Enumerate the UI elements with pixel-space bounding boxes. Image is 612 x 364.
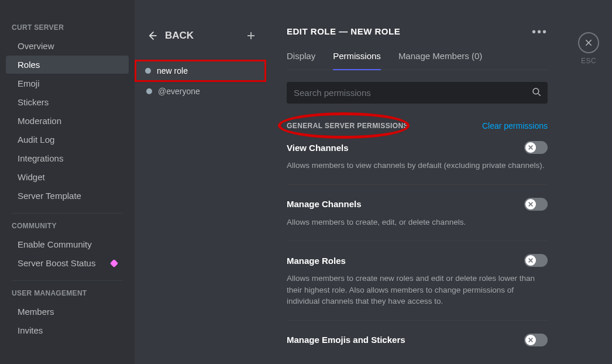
perm-desc: Allows members to create, edit, or delet… (287, 217, 548, 228)
role-item-everyone[interactable]: @everyone (135, 82, 269, 101)
sidebar-item-roles[interactable]: Roles (6, 56, 129, 74)
sidebar-item-overview[interactable]: Overview (6, 37, 129, 55)
edit-role-panel: EDIT ROLE — NEW ROLE ••• Display Permiss… (269, 0, 565, 364)
toggle-knob (525, 255, 536, 266)
sidebar-divider (12, 280, 123, 281)
role-item-new-role[interactable]: new role (135, 60, 266, 82)
server-settings-sidebar: CURT SERVER Overview Roles Emoji Sticker… (0, 0, 135, 364)
section-header-general: GENERAL SERVER PERMISSIONS (287, 122, 408, 130)
toggle-manage-roles[interactable] (524, 254, 548, 267)
sidebar-item-enable-community[interactable]: Enable Community (6, 235, 129, 253)
close-label: ESC (581, 57, 596, 65)
search-permissions-input[interactable] (287, 82, 548, 104)
close-button[interactable] (578, 32, 599, 53)
role-color-dot (145, 68, 151, 74)
sidebar-item-emoji[interactable]: Emoji (6, 74, 129, 92)
sidebar-item-integrations[interactable]: Integrations (6, 149, 129, 167)
search-icon (531, 87, 542, 99)
perm-view-channels: View Channels Allows members to view cha… (287, 141, 548, 185)
sidebar-item-server-boost[interactable]: Server Boost Status (6, 254, 129, 272)
boost-icon (110, 259, 118, 267)
perm-manage-channels: Manage Channels Allows members to create… (287, 198, 548, 242)
svg-point-0 (533, 88, 539, 94)
sidebar-item-audit-log[interactable]: Audit Log (6, 131, 129, 149)
toggle-manage-channels[interactable] (524, 198, 548, 211)
add-role-button[interactable] (245, 29, 257, 42)
back-button[interactable]: BACK (165, 30, 194, 42)
toggle-knob (525, 142, 536, 153)
roles-list-column: BACK new role @everyone (135, 0, 269, 364)
sidebar-item-invites[interactable]: Invites (6, 321, 129, 339)
sidebar-item-stickers[interactable]: Stickers (6, 93, 129, 111)
back-arrow-icon[interactable] (146, 30, 158, 42)
sidebar-header-user-mgmt: USER MANAGEMENT (0, 289, 135, 302)
perm-title: Manage Roles (287, 256, 346, 266)
perm-desc: Allows members to view channels by defau… (287, 160, 548, 171)
sidebar-divider (12, 213, 123, 214)
perm-title: Manage Emojis and Stickers (287, 335, 405, 345)
perm-desc: Allows members to create new roles and e… (287, 273, 548, 307)
clear-permissions-link[interactable]: Clear permissions (482, 121, 548, 131)
sidebar-item-server-template[interactable]: Server Template (6, 187, 129, 205)
sidebar-item-members[interactable]: Members (6, 303, 129, 321)
tab-manage-members[interactable]: Manage Members (0) (398, 51, 482, 70)
close-column: ESC (565, 0, 612, 364)
tab-display[interactable]: Display (287, 51, 315, 70)
toggle-knob (525, 335, 536, 345)
perm-manage-emojis-stickers: Manage Emojis and Stickers (287, 334, 548, 364)
perm-title: View Channels (287, 143, 349, 153)
role-tabs: Display Permissions Manage Members (0) (287, 51, 548, 70)
role-label: new role (157, 66, 188, 75)
toggle-knob (525, 199, 536, 210)
role-label: @everyone (158, 87, 200, 96)
sidebar-header-community: COMMUNITY (0, 222, 135, 235)
perm-manage-roles: Manage Roles Allows members to create ne… (287, 254, 548, 321)
sidebar-header-curt-server: CURT SERVER (0, 23, 135, 36)
toggle-view-channels[interactable] (524, 141, 548, 154)
toggle-manage-emojis[interactable] (524, 334, 548, 346)
sidebar-item-widget[interactable]: Widget (6, 168, 129, 186)
sidebar-item-moderation[interactable]: Moderation (6, 112, 129, 130)
perm-title: Manage Channels (287, 199, 362, 209)
role-color-dot (146, 88, 152, 94)
panel-title: EDIT ROLE — NEW ROLE (287, 26, 400, 36)
tab-permissions[interactable]: Permissions (333, 51, 381, 70)
